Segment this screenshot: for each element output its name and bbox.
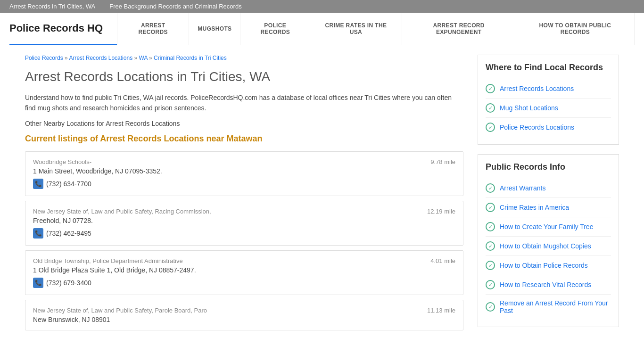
nav-crime-rates[interactable]: CRIME RATES IN THE USA (310, 13, 402, 45)
topbar-link1[interactable]: Arrest Records in Tri Cities, WA (9, 3, 95, 10)
sidebar-link-mug-shots[interactable]: ✓ Mug Shot Locations (486, 99, 611, 118)
sidebar-link-remove-arrest[interactable]: ✓ Remove an Arrest Record From Your Past (486, 295, 611, 319)
location-list: Woodbridge Schools- 9.78 mile 1 Main Str… (25, 151, 463, 330)
location-card: Old Bridge Township, Police Department A… (25, 250, 463, 295)
location-phone: 📞 (732) 634-7700 (33, 179, 455, 189)
sidebar-link-arrest-warrants[interactable]: ✓ Arrest Warrants (486, 179, 611, 198)
check-icon: ✓ (486, 103, 495, 113)
location-distance: 12.19 mile (427, 208, 455, 215)
location-name: Old Bridge Township, Police Department A… (33, 257, 183, 264)
main-content: Police Records » Arrest Records Location… (25, 55, 463, 337)
site-logo[interactable]: Police Records HQ (9, 13, 117, 45)
sidebar-link-arrest-locations[interactable]: ✓ Arrest Records Locations (486, 79, 611, 99)
nav-police-records[interactable]: POLICE RECORDS (240, 13, 310, 45)
location-address: New Brunswick, NJ 08901 (33, 316, 455, 323)
sidebar-link-family-tree[interactable]: ✓ How to Create Your Family Tree (486, 217, 611, 237)
location-name: New Jersey State of, Law and Public Safe… (33, 208, 211, 215)
check-icon: ✓ (486, 222, 495, 231)
nearby-text: Other Nearby Locations for Arrest Record… (25, 120, 463, 127)
phone-icon: 📞 (33, 228, 43, 239)
sidebar-link-police-records[interactable]: ✓ Police Records Locations (486, 118, 611, 137)
location-card: New Jersey State of, Law and Public Safe… (25, 300, 463, 330)
sidebar-section2-title: Public Records Info (486, 162, 611, 172)
location-name: New Jersey State of, Law and Public Safe… (33, 307, 207, 314)
nav-expungement[interactable]: ARREST RECORD EXPUNGEMENT (402, 13, 516, 45)
location-phone: 📞 (732) 679-3400 (33, 278, 455, 288)
sidebar: Where to Find Local Records ✓ Arrest Rec… (478, 55, 619, 337)
check-icon: ✓ (486, 123, 495, 132)
breadcrumb-arrest-locations[interactable]: Arrest Records Locations (69, 55, 132, 61)
phone-icon: 📞 (33, 179, 43, 189)
breadcrumb-wa[interactable]: WA (139, 55, 148, 61)
check-icon: ✓ (486, 241, 495, 251)
location-address: Freehold, NJ 07728. (33, 217, 455, 224)
check-icon: ✓ (486, 302, 495, 312)
breadcrumb-police-records[interactable]: Police Records (25, 55, 63, 61)
location-distance: 11.13 mile (427, 307, 455, 314)
check-icon: ✓ (486, 261, 495, 270)
check-icon: ✓ (486, 280, 495, 289)
topbar-link2[interactable]: Free Background Records and Criminal Rec… (109, 3, 241, 10)
sidebar-link-vital-records[interactable]: ✓ How to Research Vital Records (486, 275, 611, 295)
check-icon: ✓ (486, 203, 495, 212)
location-distance: 9.78 mile (430, 158, 455, 165)
nav-mugshots[interactable]: MUGSHOTS (189, 13, 240, 45)
check-icon: ✓ (486, 84, 495, 93)
page-title: Arrest Records Locations in Tri Cities, … (25, 69, 463, 85)
intro-text: Understand how to find public Tri Cities… (25, 92, 463, 114)
location-distance: 4.01 mile (430, 257, 455, 264)
location-card: New Jersey State of, Law and Public Safe… (25, 201, 463, 246)
check-icon: ✓ (486, 183, 495, 193)
sidebar-link-mugshot-copies[interactable]: ✓ How to Obtain Mugshot Copies (486, 237, 611, 256)
location-address: 1 Old Bridge Plaza Suite 1, Old Bridge, … (33, 266, 455, 274)
sidebar-where-to-find: Where to Find Local Records ✓ Arrest Rec… (478, 55, 619, 145)
page-container: Police Records » Arrest Records Location… (16, 45, 628, 346)
breadcrumb-tri-cities[interactable]: Criminal Records in Tri Cities (154, 55, 227, 61)
sidebar-link-crime-rates[interactable]: ✓ Crime Rates in America (486, 198, 611, 217)
sidebar-link-police-records-obtain[interactable]: ✓ How to Obtain Police Records (486, 256, 611, 275)
location-name: Woodbridge Schools- (33, 158, 91, 165)
sidebar-section1-title: Where to Find Local Records (486, 63, 611, 73)
sidebar-public-records-info: Public Records Info ✓ Arrest Warrants ✓ … (478, 154, 619, 327)
section-heading: Current listings of Arrest Records Locat… (25, 134, 463, 144)
location-address: 1 Main Street, Woodbridge, NJ 07095-3352… (33, 167, 455, 175)
header: Police Records HQ ARREST RECORDS MUGSHOT… (0, 13, 644, 45)
location-card: Woodbridge Schools- 9.78 mile 1 Main Str… (25, 151, 463, 196)
nav-obtain-records[interactable]: HOW TO OBTAIN PUBLIC RECORDS (516, 13, 635, 45)
breadcrumb: Police Records » Arrest Records Location… (25, 55, 463, 61)
top-bar: Arrest Records in Tri Cities, WA Free Ba… (0, 0, 644, 13)
location-phone: 📞 (732) 462-9495 (33, 228, 455, 239)
nav-arrest-records[interactable]: ARREST RECORDS (117, 13, 189, 45)
main-nav: ARREST RECORDS MUGSHOTS POLICE RECORDS C… (117, 13, 635, 45)
phone-icon: 📞 (33, 278, 43, 288)
